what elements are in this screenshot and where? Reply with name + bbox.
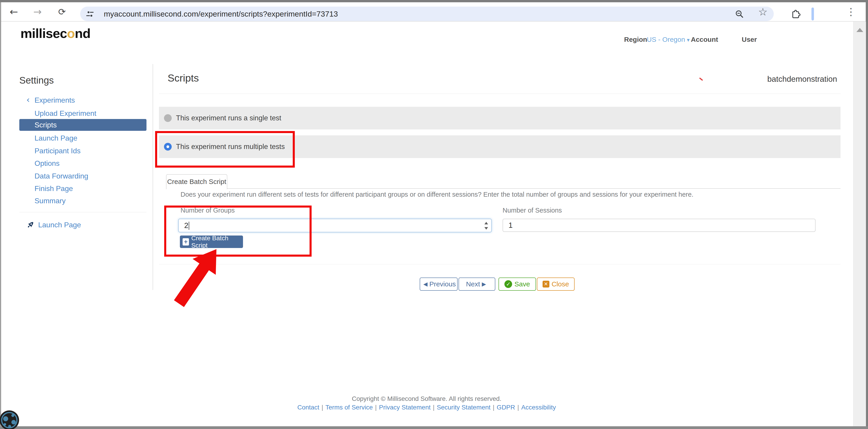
close-button[interactable]: ✕ Close (537, 278, 575, 291)
option-single-test[interactable]: This experiment runs a single test (159, 107, 840, 129)
reload-icon[interactable]: ⟳ (55, 4, 69, 19)
sidebar-item-label: Data Forwarding (19, 170, 147, 182)
scroll-up-arrow-icon[interactable] (857, 28, 863, 32)
save-check-icon: ✓ (504, 280, 512, 288)
next-label: Next (466, 280, 480, 288)
sidebar-item-experiments[interactable]: ‹ Experiments (19, 94, 147, 106)
url-text[interactable]: myaccount.millisecond.com/experiment/scr… (104, 7, 338, 21)
launch-page-link[interactable]: Launch Page (19, 218, 147, 231)
cookie-dot (4, 423, 6, 426)
sidebar-item-summary[interactable]: Summary (19, 195, 147, 207)
region-dropdown[interactable]: US - Oregon▾ (647, 34, 689, 44)
tab-create-batch-script[interactable]: Create Batch Script (166, 174, 227, 189)
footer-link-security[interactable]: Security Statement (437, 404, 491, 411)
zoom-out-icon[interactable] (735, 9, 744, 19)
account-menu[interactable]: Account (691, 34, 718, 44)
footer-link-contact[interactable]: Contact (297, 404, 319, 411)
sessions-input-value: 1 (508, 219, 513, 232)
sidebar-divider (19, 212, 147, 212)
cookie-dot (3, 416, 8, 421)
number-of-sessions-input[interactable]: 1 (503, 219, 815, 232)
caret-down-icon: ▾ (687, 37, 689, 43)
close-x-icon: ✕ (542, 281, 549, 287)
batch-description: Does your experiment run different sets … (181, 191, 828, 198)
radio-selected-icon[interactable] (164, 143, 172, 151)
footer-link-accessibility[interactable]: Accessibility (521, 404, 556, 411)
sidebar-item-scripts-selected[interactable]: Scripts (19, 119, 147, 131)
sidebar-item-launch-page[interactable]: Launch Page (19, 132, 147, 144)
bookmark-star-icon[interactable]: ☆ (755, 4, 770, 19)
back-icon[interactable]: ← (7, 4, 21, 19)
footer-link-privacy[interactable]: Privacy Statement (379, 404, 431, 411)
sidebar-item-label: Options (19, 157, 147, 169)
next-button[interactable]: Next ▶ (459, 278, 495, 291)
next-arrow-icon: ▶ (482, 281, 486, 287)
number-of-groups-input[interactable]: 2 (178, 219, 492, 232)
footer-separator: | (517, 404, 519, 411)
sidebar-item-options[interactable]: Options (19, 157, 147, 169)
browser-toolbar: ← → ⟳ myaccount.millisecond.com/experime… (1, 2, 866, 22)
region-value: US - Oregon (647, 36, 685, 43)
previous-arrow-icon: ◀ (423, 281, 427, 287)
save-button[interactable]: ✓ Save (498, 278, 536, 291)
footer-separator: | (433, 404, 434, 411)
sidebar-item-label: Experiments (19, 94, 147, 106)
millisecond-logo[interactable]: millisecond (21, 26, 90, 41)
window-border-top (0, 0, 868, 2)
sidebar-item-label: Summary (19, 195, 147, 207)
site-settings-icon[interactable] (86, 10, 94, 19)
logo-gold-o: o (67, 26, 75, 41)
text-cursor (189, 222, 189, 230)
user-menu[interactable]: User (742, 34, 757, 44)
vertical-scrollbar[interactable] (853, 22, 866, 426)
annotation-arrow (163, 243, 227, 312)
footer-link-gdpr[interactable]: GDPR (497, 404, 515, 411)
sidebar-item-label: Finish Page (19, 183, 147, 194)
forward-icon: → (30, 4, 45, 19)
sidebar-item-label: Participant Ids (19, 145, 147, 157)
browser-menu-kebab-icon[interactable]: ⋮ (844, 4, 858, 19)
footer-links: Contact|Terms of Service|Privacy Stateme… (0, 404, 853, 411)
extensions-puzzle-icon[interactable] (791, 9, 802, 19)
number-of-sessions-label: Number of Sessions (503, 207, 562, 214)
spinner-up-icon[interactable] (485, 222, 488, 224)
window-border-left (0, 2, 1, 429)
launch-page-label: Launch Page (19, 218, 147, 231)
plus-icon: + (183, 238, 189, 245)
create-batch-script-label: Create Batch Script (191, 235, 243, 249)
groups-input-value: 2 (184, 219, 188, 232)
sidebar-item-finish-page[interactable]: Finish Page (19, 183, 147, 194)
option-multiple-tests[interactable]: This experiment runs multiple tests (159, 135, 840, 158)
sidebar-item-label: Scripts (19, 119, 147, 131)
page-title: Scripts (167, 72, 199, 84)
sidebar-content-divider (153, 64, 153, 290)
footer-separator: | (493, 404, 494, 411)
sidebar-item-label: Upload Experiment (19, 108, 147, 119)
footer-copyright: Copyright © Millisecond Software. All ri… (0, 395, 853, 402)
previous-button[interactable]: ◀ Previous (420, 278, 458, 291)
cookie-consent-icon[interactable] (0, 410, 19, 429)
logo-text-pre: millisec (21, 26, 67, 41)
previous-label: Previous (429, 280, 456, 288)
number-of-groups-label: Number of Groups (181, 207, 235, 214)
radio-unselected-icon[interactable] (164, 114, 172, 122)
region-label: Region (624, 34, 647, 44)
sidebar-item-participant-ids[interactable]: Participant Ids (19, 145, 147, 157)
sidebar-item-upload-experiment[interactable]: Upload Experiment (19, 108, 147, 119)
logo-text-post: nd (75, 26, 90, 41)
footer-link-terms[interactable]: Terms of Service (326, 404, 373, 411)
browser-window: ← → ⟳ myaccount.millisecond.com/experime… (0, 0, 868, 429)
chevron-left-icon: ‹ (26, 94, 30, 105)
footer-separator: | (375, 404, 377, 411)
window-border-bottom (0, 426, 868, 429)
option-multiple-label: This experiment runs multiple tests (176, 135, 285, 158)
footer-separator: | (321, 404, 323, 411)
create-batch-script-button[interactable]: + Create Batch Script (180, 236, 243, 248)
settings-heading: Settings (19, 75, 54, 86)
number-spinner[interactable] (485, 221, 488, 230)
sidebar-item-label: Launch Page (19, 132, 147, 144)
tab-bottom-border (166, 188, 840, 189)
profile-indicator[interactable] (811, 7, 814, 21)
spinner-down-icon[interactable] (485, 227, 488, 229)
sidebar-item-data-forwarding[interactable]: Data Forwarding (19, 170, 147, 182)
